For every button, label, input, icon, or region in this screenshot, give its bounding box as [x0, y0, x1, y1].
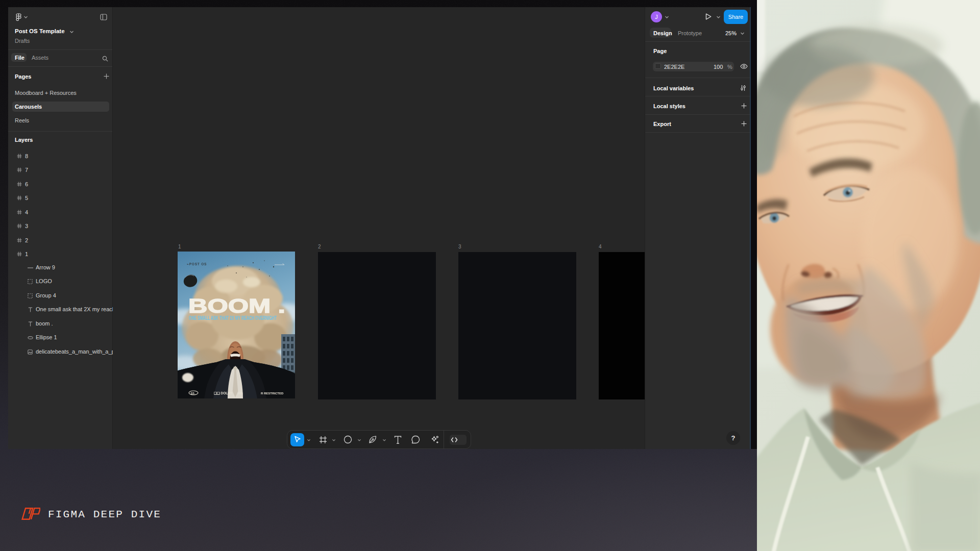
svg-text:❑❑ DOLBY: ❑❑ DOLBY [214, 391, 233, 395]
svg-text:⌁POST OS: ⌁POST OS [187, 262, 207, 266]
svg-text:dts: dts [238, 391, 243, 395]
svg-text:SS: SS [191, 392, 195, 395]
svg-text:R RESTRICTED: R RESTRICTED [261, 392, 284, 395]
svg-text:ONE SMALL ASK THAT 2X MY REACH: ONE SMALL ASK THAT 2X MY REACH OVERNIGHT [189, 315, 277, 321]
svg-text:BOOM .: BOOM . [188, 295, 285, 317]
